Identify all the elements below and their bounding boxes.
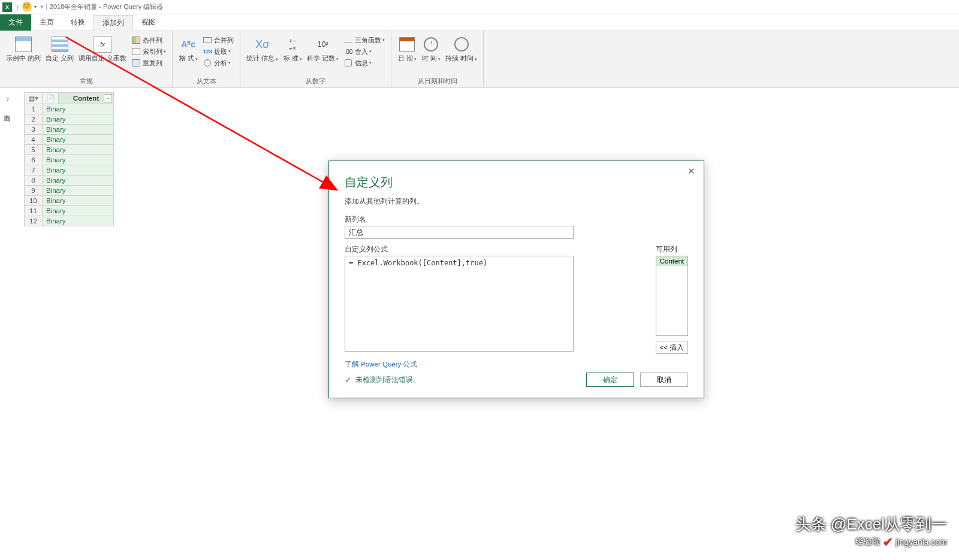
data-preview: ▦▾ 📄 Content ↔ 1Binary2Binary3Binary4Bin… — [24, 92, 114, 226]
status-text: 未检测到语法错误。 — [355, 375, 420, 385]
trig-button[interactable]: 三角函数▾ — [341, 35, 387, 46]
preview-table[interactable]: ▦▾ 📄 Content ↔ 1Binary2Binary3Binary4Bin… — [24, 92, 114, 226]
duration-button[interactable]: 持续 时间▾ — [443, 34, 480, 63]
row-number: 10 — [25, 196, 43, 206]
table-corner[interactable]: ▦▾ — [25, 93, 43, 104]
tab-home[interactable]: 主页 — [31, 14, 62, 31]
statistics-button[interactable]: Xσ 统计 信息▾ — [244, 34, 281, 63]
column-type-icon[interactable]: 📄 — [43, 93, 59, 104]
format-button[interactable]: Aᴮc 格 式▾ — [176, 34, 200, 63]
available-columns-list[interactable]: Content — [656, 256, 688, 336]
group-label: 从日期和时间 — [391, 75, 483, 87]
queries-pane-toggle[interactable]: › — [0, 91, 16, 107]
chevron-down-icon[interactable]: ▾ — [475, 57, 477, 61]
table-row[interactable]: 6Binary — [25, 155, 114, 165]
row-number: 2 — [25, 114, 43, 125]
learn-pq-formula-link[interactable]: 了解 Power Query 公式 — [345, 360, 418, 369]
chevron-down-icon[interactable]: ▾ — [369, 49, 372, 54]
row-number: 3 — [25, 125, 43, 135]
available-column-item[interactable]: Content — [656, 256, 687, 266]
insert-button[interactable]: << 插入 — [656, 341, 688, 354]
smiley-icon[interactable] — [22, 2, 32, 12]
rounding-button[interactable]: .00舍入▾ — [341, 46, 387, 57]
cell-content[interactable]: Binary — [43, 186, 114, 196]
table-row[interactable]: 5Binary — [25, 145, 114, 155]
information-button[interactable]: 信息▾ — [341, 57, 387, 68]
ribbon-tabs: 文件 主页 转换 添加列 视图 — [0, 14, 959, 31]
formula-textarea[interactable]: = Excel.Workbook([Content],true) — [345, 256, 574, 352]
wm-text: jingyanla.com — [895, 537, 947, 547]
chevron-down-icon[interactable]: ▾ — [228, 60, 231, 65]
column-from-examples-button[interactable]: 示例中 的列 — [4, 34, 43, 63]
table-row[interactable]: 2Binary — [25, 114, 114, 125]
parse-button[interactable]: 分析▾ — [200, 57, 236, 68]
cell-content[interactable]: Binary — [43, 155, 114, 165]
chevron-down-icon[interactable]: ▾ — [369, 60, 372, 65]
row-number: 5 — [25, 145, 43, 155]
checkmark-icon: ✔ — [883, 535, 893, 549]
ribbon-group-general: 示例中 的列 自定 义列 fx 调用自定 义函数 条件列 索引列▾ 重复列 常规 — [0, 31, 173, 87]
index-column-button[interactable]: 索引列▾ — [129, 46, 168, 57]
invoke-custom-function-button[interactable]: fx 调用自定 义函数 — [76, 34, 129, 63]
conditional-column-button[interactable]: 条件列 — [129, 35, 168, 46]
chevron-down-icon[interactable]: ▾ — [382, 38, 385, 43]
label: 持续 时间 — [445, 55, 474, 62]
row-number: 12 — [25, 216, 43, 226]
cell-content[interactable]: Binary — [43, 206, 114, 216]
chevron-down-icon[interactable]: ▾ — [34, 4, 37, 10]
tab-file[interactable]: 文件 — [0, 14, 31, 31]
table-row[interactable]: 1Binary — [25, 104, 114, 114]
table-row[interactable]: 12Binary — [25, 216, 114, 226]
cell-content[interactable]: Binary — [43, 135, 114, 145]
cell-content[interactable]: Binary — [43, 125, 114, 135]
table-row[interactable]: 10Binary — [25, 196, 114, 206]
cell-content[interactable]: Binary — [43, 104, 114, 114]
ribbon-group-text: Aᴮc 格 式▾ 合并列 123提取▾ 分析▾ 从文本 — [173, 31, 240, 87]
ribbon-group-number: Xσ 统计 信息▾ +−÷× 标 准▾ 10² 科学 记数▾ 三角函数▾ .00… — [240, 31, 391, 87]
chevron-down-icon[interactable]: ▾ — [228, 49, 231, 54]
cell-content[interactable]: Binary — [43, 145, 114, 155]
tab-transform[interactable]: 转换 — [62, 14, 94, 31]
chevron-down-icon[interactable]: ▾ — [336, 57, 339, 61]
merge-columns-button[interactable]: 合并列 — [200, 35, 236, 46]
scientific-button[interactable]: 10² 科学 记数▾ — [304, 34, 341, 63]
table-row[interactable]: 8Binary — [25, 175, 114, 186]
table-row[interactable]: 3Binary — [25, 125, 114, 135]
standard-button[interactable]: +−÷× 标 准▾ — [281, 34, 304, 63]
chevron-down-icon[interactable]: ▾ — [300, 57, 302, 61]
chevron-down-icon[interactable]: ▾ — [438, 57, 441, 61]
date-button[interactable]: 日 期▾ — [395, 34, 419, 63]
new-column-name-label: 新列名 — [345, 215, 688, 224]
tab-view[interactable]: 视图 — [133, 14, 164, 31]
tab-add-column[interactable]: 添加列 — [94, 15, 133, 31]
label: 自定 义列 — [46, 55, 74, 62]
cell-content[interactable]: Binary — [43, 196, 114, 206]
extract-button[interactable]: 123提取▾ — [200, 46, 236, 57]
dialog-title: 自定义列 — [345, 174, 688, 190]
cell-content[interactable]: Binary — [43, 165, 114, 175]
cancel-button[interactable]: 取消 — [640, 373, 688, 387]
table-row[interactable]: 7Binary — [25, 165, 114, 175]
label: 分析 — [214, 59, 227, 68]
new-column-name-input[interactable] — [345, 226, 574, 239]
custom-column-button[interactable]: 自定 义列 — [43, 34, 76, 63]
chevron-down-icon[interactable]: ▾ — [164, 49, 166, 54]
expand-column-icon[interactable]: ↔ — [104, 94, 112, 102]
close-button[interactable]: ✕ — [684, 165, 699, 178]
ok-button[interactable]: 确定 — [586, 373, 634, 387]
cell-content[interactable]: Binary — [43, 216, 114, 226]
chevron-down-icon[interactable]: ▾ — [195, 57, 198, 61]
table-row[interactable]: 11Binary — [25, 206, 114, 216]
table-row[interactable]: 9Binary — [25, 186, 114, 196]
cell-content[interactable]: Binary — [43, 175, 114, 186]
label: 时 间 — [422, 55, 437, 62]
syntax-status: ✓ 未检测到语法错误。 — [345, 375, 420, 385]
cell-content[interactable]: Binary — [43, 114, 114, 125]
column-header-content[interactable]: Content ↔ — [59, 93, 114, 104]
duplicate-column-button[interactable]: 重复列 — [129, 57, 168, 68]
table-row[interactable]: 4Binary — [25, 135, 114, 145]
label: 示例中 的列 — [6, 55, 41, 62]
chevron-down-icon[interactable]: ▾ — [414, 57, 417, 61]
time-button[interactable]: 时 间▾ — [419, 34, 443, 63]
chevron-down-icon[interactable]: ▾ — [276, 57, 278, 61]
